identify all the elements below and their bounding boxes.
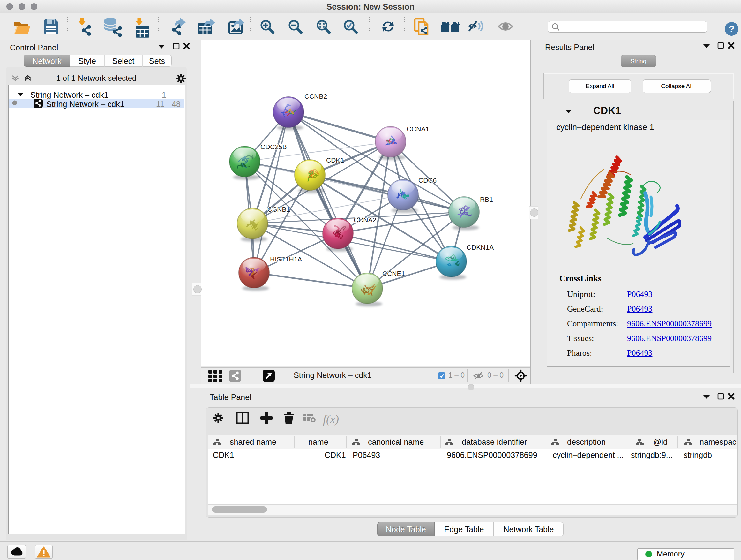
svg-text:CCNA2: CCNA2 — [354, 216, 376, 224]
svg-text:CCNA1: CCNA1 — [407, 125, 429, 132]
svg-text:RB1: RB1 — [480, 196, 493, 203]
svg-text:CCNB2: CCNB2 — [305, 92, 327, 100]
svg-text:CDKN1A: CDKN1A — [467, 244, 494, 251]
svg-text:HIST1H1A: HIST1H1A — [270, 255, 302, 263]
svg-text:CCNE1: CCNE1 — [382, 270, 405, 277]
svg-text:CDK1: CDK1 — [326, 157, 344, 164]
svg-text:CCNB1: CCNB1 — [267, 206, 290, 213]
svg-text:CDC6: CDC6 — [418, 177, 436, 184]
svg-text:CDC25B: CDC25B — [260, 143, 287, 150]
svg-text:f(x): f(x) — [323, 413, 339, 426]
